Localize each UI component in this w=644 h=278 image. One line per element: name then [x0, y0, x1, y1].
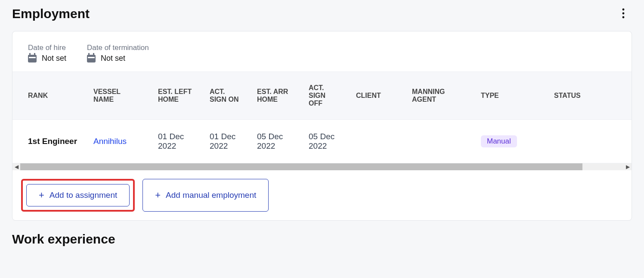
svg-point-0: [622, 8, 625, 10]
scroll-right-arrow-icon[interactable]: ▶: [624, 163, 632, 170]
add-manual-employment-button[interactable]: + Add manual employment: [142, 179, 269, 212]
calendar-icon: [87, 55, 96, 62]
cell-type: Manual: [473, 120, 546, 163]
col-act-sign-on: ACT. SIGN ON: [202, 72, 249, 120]
horizontal-scrollbar[interactable]: ◀ ▶: [12, 163, 632, 170]
employment-info-row: Date of hire Not set Date of termination…: [12, 31, 632, 72]
cell-act-sign-on: 01 Dec 2022: [202, 120, 249, 163]
col-status: STATUS: [546, 72, 632, 120]
cell-client: [348, 120, 404, 163]
cell-vessel-link[interactable]: Annihilus: [93, 137, 127, 146]
employment-table-wrapper: RANK VESSEL NAME EST. LEFT HOME ACT. SIG…: [12, 72, 632, 163]
date-of-termination-block: Date of termination Not set: [87, 44, 149, 63]
col-est-arr: EST. ARR HOME: [249, 72, 301, 120]
date-of-hire-value: Not set: [42, 54, 66, 63]
cell-manning-agent: [404, 120, 473, 163]
employment-actions: + Add to assignment + Add manual employm…: [12, 170, 632, 220]
col-type: TYPE: [473, 72, 546, 120]
plus-icon: +: [155, 191, 161, 200]
add-manual-employment-label: Add manual employment: [166, 191, 256, 200]
work-experience-title: Work experience: [0, 221, 644, 247]
table-row[interactable]: 1st Engineer Annihilus 01 Dec 2022 01 De…: [12, 120, 632, 163]
add-to-assignment-button[interactable]: + Add to assignment: [26, 184, 130, 206]
svg-point-2: [622, 16, 625, 18]
employment-card: Date of hire Not set Date of termination…: [12, 31, 632, 221]
more-vertical-icon: [622, 8, 625, 20]
cell-est-arr: 05 Dec 2022: [249, 120, 301, 163]
col-manning-agent: MANNING AGENT: [404, 72, 473, 120]
cell-status: [546, 120, 632, 163]
cell-rank: 1st Engineer: [12, 120, 86, 163]
date-of-hire-block: Date of hire Not set: [28, 44, 66, 63]
col-act-sign-off: ACT. SIGN OFF: [301, 72, 348, 120]
highlight-add-assignment: + Add to assignment: [21, 179, 135, 212]
date-of-termination-value: Not set: [101, 54, 125, 63]
more-button[interactable]: [615, 5, 632, 22]
type-badge: Manual: [481, 135, 517, 147]
svg-point-1: [622, 12, 625, 14]
scroll-left-arrow-icon[interactable]: ◀: [12, 163, 20, 170]
calendar-icon: [28, 55, 37, 62]
cell-est-left: 01 Dec 2022: [150, 120, 202, 163]
add-to-assignment-label: Add to assignment: [50, 191, 117, 200]
col-client: CLIENT: [348, 72, 404, 120]
plus-icon: +: [39, 191, 44, 200]
cell-act-sign-off: 05 Dec 2022: [301, 120, 348, 163]
col-rank: RANK: [12, 72, 86, 120]
col-est-left: EST. LEFT HOME: [150, 72, 202, 120]
scroll-track[interactable]: [20, 163, 624, 170]
section-title: Employment: [12, 6, 90, 21]
col-vessel: VESSEL NAME: [86, 72, 150, 120]
date-of-hire-label: Date of hire: [28, 44, 66, 52]
employment-table: RANK VESSEL NAME EST. LEFT HOME ACT. SIG…: [12, 72, 632, 163]
employment-header: Employment: [12, 0, 632, 26]
date-of-termination-label: Date of termination: [87, 44, 149, 52]
scroll-gap: [582, 163, 624, 170]
table-header-row: RANK VESSEL NAME EST. LEFT HOME ACT. SIG…: [12, 72, 632, 120]
